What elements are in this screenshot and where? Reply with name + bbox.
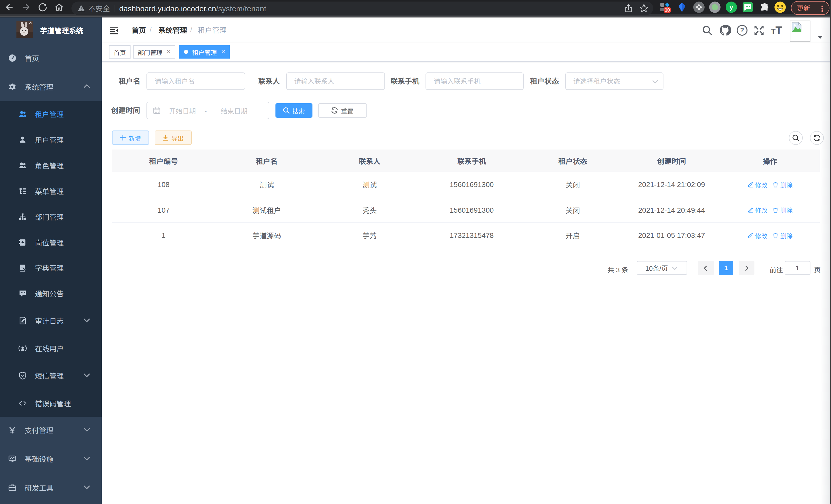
svg-text:T: T — [771, 27, 775, 35]
svg-text:y: y — [729, 3, 733, 11]
svg-text:?: ? — [740, 26, 744, 34]
svg-text:10: 10 — [665, 7, 670, 12]
svg-text:T: T — [775, 24, 782, 36]
